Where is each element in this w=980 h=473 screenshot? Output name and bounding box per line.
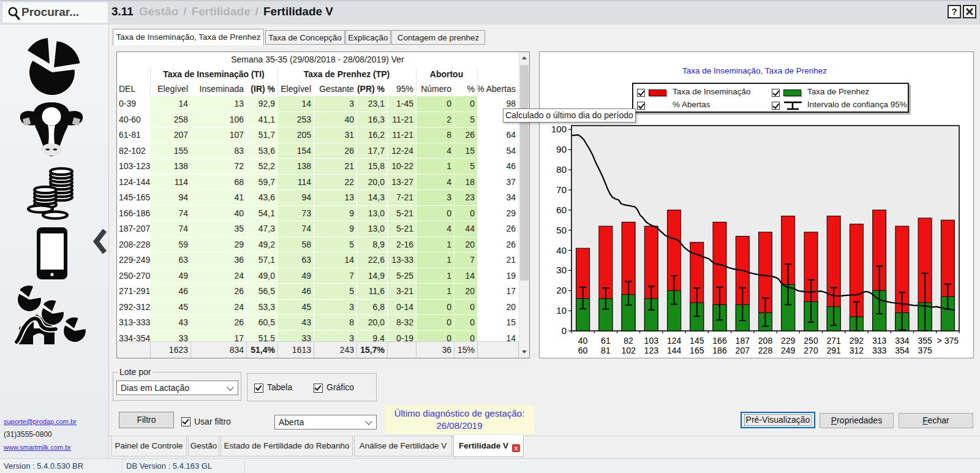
svg-text:207: 207 bbox=[736, 346, 750, 355]
svg-text:166: 166 bbox=[712, 336, 727, 346]
svg-text:30: 30 bbox=[556, 265, 567, 275]
svg-text:250: 250 bbox=[804, 336, 818, 346]
svg-text:271: 271 bbox=[827, 336, 842, 346]
svg-text:291: 291 bbox=[827, 346, 842, 355]
svg-text:81: 81 bbox=[601, 346, 611, 355]
svg-text:123: 123 bbox=[644, 346, 659, 355]
svg-text:80: 80 bbox=[556, 164, 567, 175]
svg-text:354: 354 bbox=[895, 346, 910, 355]
svg-text:228: 228 bbox=[758, 346, 773, 355]
svg-text:0: 0 bbox=[562, 325, 567, 336]
svg-text:20: 20 bbox=[556, 285, 567, 295]
svg-text:292: 292 bbox=[850, 336, 864, 346]
svg-text:145: 145 bbox=[690, 336, 704, 346]
svg-text:102: 102 bbox=[621, 346, 636, 355]
svg-text:90: 90 bbox=[556, 144, 567, 154]
svg-text:144: 144 bbox=[667, 346, 682, 355]
svg-text:186: 186 bbox=[712, 346, 727, 355]
svg-text:> 375: > 375 bbox=[937, 336, 959, 346]
svg-text:60: 60 bbox=[578, 346, 588, 355]
svg-text:40: 40 bbox=[578, 336, 588, 346]
svg-text:229: 229 bbox=[781, 336, 796, 346]
svg-text:103: 103 bbox=[644, 336, 659, 346]
svg-text:355: 355 bbox=[918, 336, 932, 346]
svg-text:10: 10 bbox=[556, 305, 567, 316]
svg-text:82: 82 bbox=[624, 336, 633, 346]
svg-text:61: 61 bbox=[601, 336, 611, 346]
svg-text:312: 312 bbox=[850, 346, 864, 355]
svg-text:187: 187 bbox=[736, 336, 750, 346]
svg-text:334: 334 bbox=[895, 336, 910, 346]
svg-text:165: 165 bbox=[690, 346, 704, 355]
svg-text:50: 50 bbox=[556, 225, 567, 235]
svg-text:208: 208 bbox=[758, 336, 773, 346]
svg-text:124: 124 bbox=[667, 336, 682, 346]
svg-text:70: 70 bbox=[556, 184, 567, 195]
svg-text:313: 313 bbox=[872, 336, 887, 346]
svg-text:100: 100 bbox=[551, 124, 567, 134]
svg-text:40: 40 bbox=[556, 245, 567, 255]
svg-text:249: 249 bbox=[781, 346, 796, 355]
svg-text:Taxa de Inseminação, Taxa de P: Taxa de Inseminação, Taxa de Prenhez bbox=[682, 66, 827, 75]
svg-text:333: 333 bbox=[872, 346, 887, 355]
svg-text:375: 375 bbox=[918, 346, 932, 355]
svg-text:270: 270 bbox=[804, 346, 818, 355]
svg-text:60: 60 bbox=[556, 205, 567, 215]
